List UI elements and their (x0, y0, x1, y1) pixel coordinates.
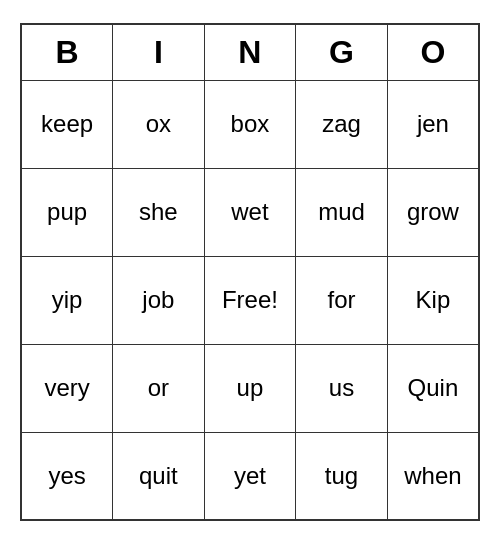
table-cell: job (113, 256, 204, 344)
bingo-card: BINGO keepoxboxzagjenpupshewetmudgrowyip… (20, 23, 480, 521)
header-cell: B (21, 24, 113, 80)
table-row: yesquityettugwhen (21, 432, 479, 520)
table-cell: jen (387, 80, 479, 168)
table-row: pupshewetmudgrow (21, 168, 479, 256)
table-cell: very (21, 344, 113, 432)
table-row: yipjobFree!forKip (21, 256, 479, 344)
table-cell: us (296, 344, 388, 432)
table-cell: Kip (387, 256, 479, 344)
table-cell: quit (113, 432, 204, 520)
header-cell: N (204, 24, 296, 80)
table-cell: wet (204, 168, 296, 256)
table-cell: yes (21, 432, 113, 520)
header-cell: I (113, 24, 204, 80)
table-cell: tug (296, 432, 388, 520)
header-row: BINGO (21, 24, 479, 80)
table-cell: when (387, 432, 479, 520)
table-cell: zag (296, 80, 388, 168)
table-cell: Free! (204, 256, 296, 344)
table-cell: keep (21, 80, 113, 168)
table-cell: box (204, 80, 296, 168)
table-cell: yip (21, 256, 113, 344)
table-cell: pup (21, 168, 113, 256)
header-cell: G (296, 24, 388, 80)
table-row: veryorupusQuin (21, 344, 479, 432)
table-cell: she (113, 168, 204, 256)
table-cell: grow (387, 168, 479, 256)
table-cell: ox (113, 80, 204, 168)
table-cell: for (296, 256, 388, 344)
table-cell: mud (296, 168, 388, 256)
table-cell: or (113, 344, 204, 432)
header-cell: O (387, 24, 479, 80)
table-cell: Quin (387, 344, 479, 432)
table-cell: yet (204, 432, 296, 520)
table-row: keepoxboxzagjen (21, 80, 479, 168)
table-cell: up (204, 344, 296, 432)
